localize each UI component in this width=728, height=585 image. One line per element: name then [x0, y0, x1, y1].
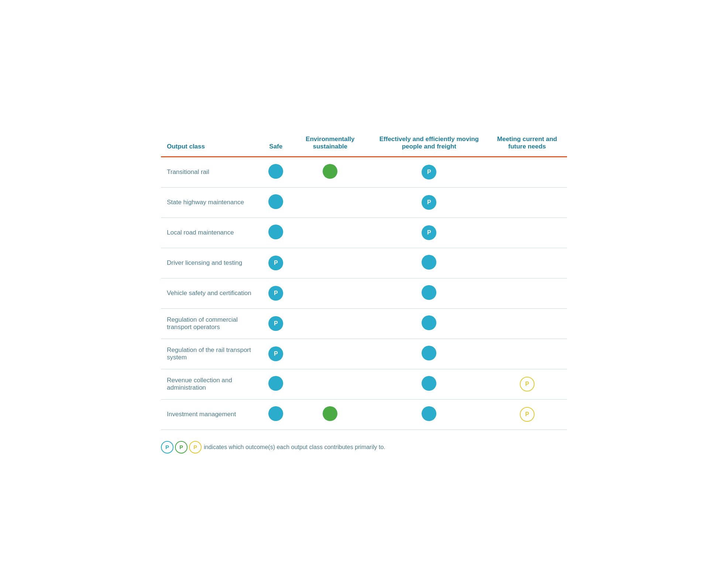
row-label: Local road maintenance — [161, 218, 262, 248]
cell-effective — [371, 278, 487, 308]
header-effectively: Effectively and efficiently moving peopl… — [371, 132, 487, 157]
circle-p-teal: P — [422, 225, 436, 240]
circle-teal — [268, 406, 283, 421]
circle-teal — [268, 225, 283, 239]
circle-teal — [422, 285, 436, 300]
legend-text: indicates which outcome(s) each output c… — [204, 444, 385, 451]
cell-safe — [262, 157, 289, 187]
cell-env — [289, 157, 371, 187]
circle-p-teal: P — [268, 316, 283, 331]
main-container: Output class Safe Environmentally sustai… — [161, 132, 567, 454]
row-label: Driver licensing and testing — [161, 248, 262, 278]
cell-safe: P — [262, 248, 289, 278]
row-label: Transitional rail — [161, 157, 262, 187]
circle-p-teal: P — [268, 346, 283, 361]
circle-teal — [422, 255, 436, 270]
cell-effective — [371, 339, 487, 369]
legend-circle-green-p: P — [175, 441, 188, 454]
cell-safe — [262, 187, 289, 218]
cell-effective — [371, 248, 487, 278]
header-safe: Safe — [262, 132, 289, 157]
cell-effective: P — [371, 187, 487, 218]
table-row: Vehicle safety and certificationP — [161, 278, 567, 308]
row-label: Investment management — [161, 399, 262, 430]
legend-circle-yellow-p: P — [189, 441, 202, 454]
circle-teal — [268, 376, 283, 391]
cell-env — [289, 308, 371, 339]
circle-teal — [422, 315, 436, 330]
cell-effective — [371, 369, 487, 399]
circle-p-teal: P — [268, 286, 283, 301]
table-row: Driver licensing and testingP — [161, 248, 567, 278]
row-label: Regulation of the rail transport system — [161, 339, 262, 369]
cell-env — [289, 187, 371, 218]
table-row: Revenue collection and administrationP — [161, 369, 567, 399]
circle-teal — [268, 164, 283, 179]
circle-p-teal: P — [268, 256, 283, 270]
cell-effective — [371, 399, 487, 430]
cell-meeting — [487, 339, 567, 369]
cell-meeting — [487, 308, 567, 339]
header-output-class: Output class — [161, 132, 262, 157]
cell-effective: P — [371, 157, 487, 187]
cell-env — [289, 369, 371, 399]
circle-green — [323, 406, 337, 421]
table-row: Investment managementP — [161, 399, 567, 430]
output-class-table: Output class Safe Environmentally sustai… — [161, 132, 567, 430]
table-row: Regulation of commercial transport opera… — [161, 308, 567, 339]
circle-p-yellow: P — [520, 407, 535, 422]
cell-meeting — [487, 278, 567, 308]
circle-green — [323, 164, 337, 179]
circle-teal — [422, 406, 436, 421]
cell-effective — [371, 308, 487, 339]
cell-safe — [262, 218, 289, 248]
header-meeting: Meeting current and future needs — [487, 132, 567, 157]
table-row: Transitional railP — [161, 157, 567, 187]
cell-meeting: P — [487, 399, 567, 430]
cell-meeting — [487, 157, 567, 187]
table-row: State highway maintenanceP — [161, 187, 567, 218]
legend-circles: P P P — [161, 441, 202, 454]
header-env-sustainable: Environmentally sustainable — [289, 132, 371, 157]
cell-env — [289, 399, 371, 430]
circle-teal — [268, 194, 283, 209]
row-label: Vehicle safety and certification — [161, 278, 262, 308]
circle-p-yellow: P — [520, 377, 535, 391]
circle-p-teal: P — [422, 165, 436, 179]
cell-effective: P — [371, 218, 487, 248]
circle-p-teal: P — [422, 195, 436, 210]
row-label: Regulation of commercial transport opera… — [161, 308, 262, 339]
cell-meeting — [487, 187, 567, 218]
cell-env — [289, 218, 371, 248]
cell-meeting — [487, 218, 567, 248]
table-row: Regulation of the rail transport systemP — [161, 339, 567, 369]
cell-meeting: P — [487, 369, 567, 399]
cell-env — [289, 339, 371, 369]
cell-safe: P — [262, 308, 289, 339]
cell-env — [289, 248, 371, 278]
legend: P P P indicates which outcome(s) each ou… — [161, 441, 567, 454]
circle-teal — [422, 346, 436, 360]
circle-teal — [422, 376, 436, 391]
cell-safe: P — [262, 339, 289, 369]
row-label: State highway maintenance — [161, 187, 262, 218]
cell-meeting — [487, 248, 567, 278]
cell-env — [289, 278, 371, 308]
cell-safe: P — [262, 278, 289, 308]
cell-safe — [262, 399, 289, 430]
table-row: Local road maintenanceP — [161, 218, 567, 248]
cell-safe — [262, 369, 289, 399]
row-label: Revenue collection and administration — [161, 369, 262, 399]
legend-circle-teal-p: P — [161, 441, 174, 454]
